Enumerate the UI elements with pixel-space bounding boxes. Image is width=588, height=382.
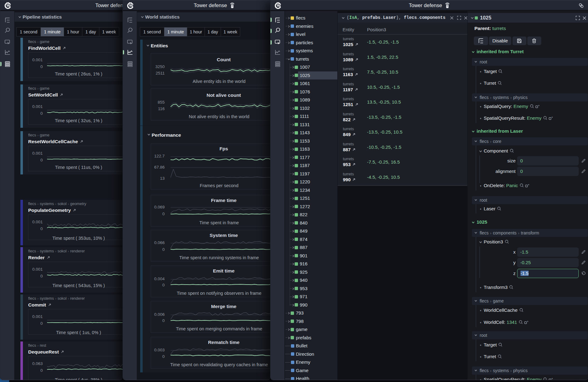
svg-text:*: * (527, 320, 529, 324)
svg-text:*: * (538, 105, 540, 108)
svg-text:*: * (551, 116, 553, 120)
svg-text:*: * (551, 378, 553, 380)
svg-text:*: * (528, 184, 530, 187)
